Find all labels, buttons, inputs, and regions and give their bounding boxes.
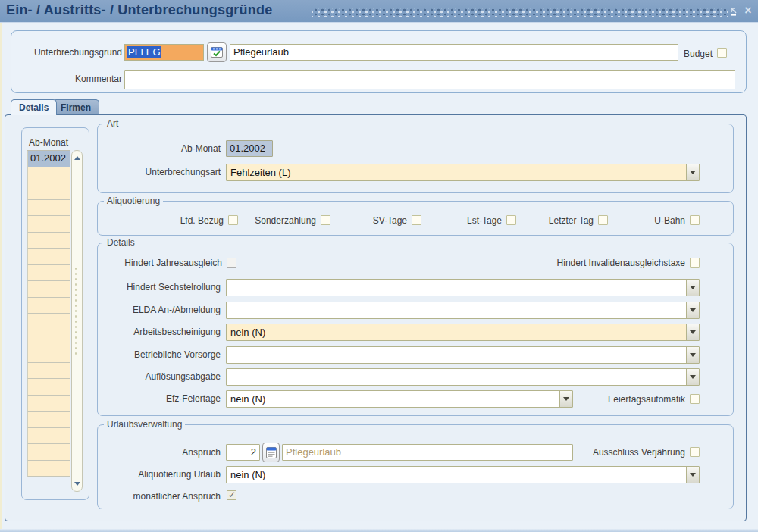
- aliquotierung-urlaub-label: Aliquotierung Urlaub: [98, 469, 221, 480]
- feiertagsautomatik-checkbox[interactable]: [690, 394, 700, 404]
- hindert-jahresausgleich-label: Hindert Jahresausgleich: [124, 258, 222, 268]
- betriebliche-vorsorge-label: Betriebliche Vorsorge: [98, 349, 221, 360]
- list-cell[interactable]: [27, 379, 70, 396]
- hindert-invalidenausgleichstaxe-label: Hindert Invalidenausgleichstaxe: [557, 258, 685, 268]
- list-scrollbar[interactable]: [71, 150, 83, 492]
- ausschluss-verjaehrung-label: Ausschluss Verjährung: [593, 447, 685, 458]
- ab-monat-list: 01.2002: [27, 150, 70, 477]
- list-cell[interactable]: [27, 233, 70, 249]
- ab-monat-list-header: Ab-Monat: [29, 137, 68, 148]
- hindert-jahresausgleich-item: Hindert Jahresausgleich: [98, 257, 236, 268]
- list-cell[interactable]: [27, 461, 70, 477]
- dropdown-arrow-icon[interactable]: [686, 347, 699, 363]
- aufloesungsabgabe-select[interactable]: [226, 368, 700, 386]
- kommentar-label: Kommentar: [16, 74, 122, 84]
- elda-label: ELDA An-/Abmeldung: [98, 305, 221, 315]
- list-cell[interactable]: [27, 428, 70, 445]
- unterbrechungsart-select[interactable]: Fehlzeiten (L): [226, 164, 700, 181]
- aufloesungsabgabe-label: Auflösungsabgabe: [98, 371, 221, 382]
- list-cell[interactable]: [27, 298, 70, 315]
- unterbrechungsgrund-name-text: Pflegeurlaub: [233, 46, 289, 58]
- feiertagsautomatik-label: Feiertagsautomatik: [608, 394, 685, 405]
- urlaubsverwaltung-group: Urlaubsverwaltung Anspruch 2 Pflegeurlau…: [97, 424, 734, 509]
- tab-details[interactable]: Details: [11, 99, 57, 115]
- unterbrechungsgrund-label: Unterbrechungsgrund: [16, 47, 122, 58]
- hindert-sechstelrollung-select[interactable]: [226, 279, 700, 296]
- selected-text: PFLEG: [127, 46, 161, 58]
- list-cell[interactable]: [27, 167, 70, 184]
- betriebliche-vorsorge-value: [227, 347, 686, 363]
- elda-select[interactable]: [226, 302, 700, 319]
- hindert-jahresausgleich-checkbox[interactable]: [227, 258, 236, 268]
- list-cell[interactable]: [27, 249, 70, 265]
- calendar-check-icon: [210, 45, 224, 59]
- list-cell[interactable]: [27, 412, 70, 428]
- anspruch-input[interactable]: 2: [226, 444, 260, 461]
- monatlicher-anspruch-label: monatlicher Anspruch: [98, 491, 221, 502]
- list-cell[interactable]: [27, 346, 70, 363]
- kommentar-input[interactable]: [124, 70, 735, 89]
- anspruch-editor-button[interactable]: [262, 443, 280, 462]
- header-group: Unterbrechungsgrund PFLEG Pflegeurlaub B…: [11, 30, 747, 93]
- ausschluss-verjaehrung-checkbox[interactable]: [690, 447, 700, 457]
- lov-button[interactable]: [207, 42, 227, 62]
- window-titlebar: Ein- / Austritts- / Unterbrechungsgründe…: [0, 0, 758, 23]
- aliquotierung-legend: Aliquotierung: [104, 196, 163, 206]
- list-cell[interactable]: [27, 444, 70, 461]
- u-bahn-label: U-Bahn: [654, 215, 685, 226]
- u-bahn-item: U-Bahn: [571, 214, 700, 226]
- unterbrechungsgrund-name-input[interactable]: Pflegeurlaub: [230, 44, 678, 61]
- list-cell[interactable]: 01.2002: [27, 151, 70, 167]
- art-group: Art Ab-Monat 01.2002 Unterbrechungsart F…: [97, 124, 734, 193]
- list-cell[interactable]: [27, 314, 70, 330]
- window-bottom-edge: [0, 529, 758, 532]
- app-window: Ein- / Austritts- / Unterbrechungsgründe…: [0, 0, 758, 532]
- monatlicher-anspruch-checkbox[interactable]: [227, 490, 236, 500]
- arbeitsbescheinigung-select[interactable]: nein (N): [226, 324, 700, 341]
- list-cell[interactable]: [27, 330, 70, 347]
- dropdown-arrow-icon[interactable]: [686, 164, 699, 180]
- anspruch-text: Pflegeurlaub: [286, 446, 341, 458]
- ab-monat-label: Ab-Monat: [98, 143, 221, 154]
- hindert-invalidenausgleichstaxe-checkbox[interactable]: [690, 258, 700, 268]
- list-cell[interactable]: [27, 265, 70, 282]
- betriebliche-vorsorge-select[interactable]: [226, 346, 700, 364]
- unterbrechungsgrund-code-input[interactable]: PFLEG: [124, 44, 204, 61]
- efz-feiertage-label: Efz-Feiertage: [98, 393, 221, 404]
- list-cell[interactable]: [27, 216, 70, 233]
- dropdown-arrow-icon[interactable]: [686, 280, 699, 296]
- budget-checkbox[interactable]: [717, 48, 727, 58]
- hindert-sechstelrollung-value: [227, 280, 686, 296]
- list-cell[interactable]: [27, 363, 70, 380]
- scroll-down-icon[interactable]: [72, 478, 82, 490]
- window-restore-icon[interactable]: [730, 7, 740, 17]
- dropdown-arrow-icon[interactable]: [686, 302, 699, 318]
- hindert-sechstelrollung-label: Hindert Sechstelrollung: [98, 282, 221, 293]
- notepad-icon: [265, 446, 277, 459]
- art-legend: Art: [104, 118, 121, 129]
- feiertagsautomatik-item: Feiertagsautomatik: [510, 393, 700, 405]
- unterbrechungsart-value: Fehlzeiten (L): [227, 164, 686, 180]
- dropdown-arrow-icon[interactable]: [686, 324, 699, 340]
- aliquotierung-urlaub-select[interactable]: nein (N): [226, 466, 700, 483]
- dropdown-arrow-icon[interactable]: [686, 467, 699, 483]
- unterbrechungsart-label: Unterbrechungsart: [98, 167, 221, 177]
- scroll-up-icon[interactable]: [72, 152, 82, 164]
- list-cell[interactable]: [27, 281, 70, 298]
- list-cell[interactable]: [27, 183, 70, 200]
- u-bahn-checkbox[interactable]: [690, 215, 700, 225]
- list-cell[interactable]: [27, 200, 70, 217]
- aufloesungsabgabe-value: [227, 369, 686, 385]
- scrollbar-thumb[interactable]: [74, 266, 80, 357]
- aliquotierung-urlaub-value: nein (N): [227, 467, 686, 483]
- dropdown-arrow-icon[interactable]: [686, 369, 699, 385]
- tab-firmen[interactable]: Firmen: [52, 99, 99, 114]
- list-cell[interactable]: [27, 396, 70, 412]
- window-title: Ein- / Austritts- / Unterbrechungsgründe: [6, 2, 272, 18]
- window-close-icon[interactable]: ×: [742, 4, 754, 17]
- arbeitsbescheinigung-value: nein (N): [227, 324, 686, 340]
- details-group: Details Hindert Jahresausgleich Hindert …: [97, 243, 734, 416]
- arbeitsbescheinigung-label: Arbeitsbescheinigung: [98, 327, 221, 337]
- titlebar-pattern: [312, 8, 728, 17]
- ab-monat-field: 01.2002: [226, 140, 273, 157]
